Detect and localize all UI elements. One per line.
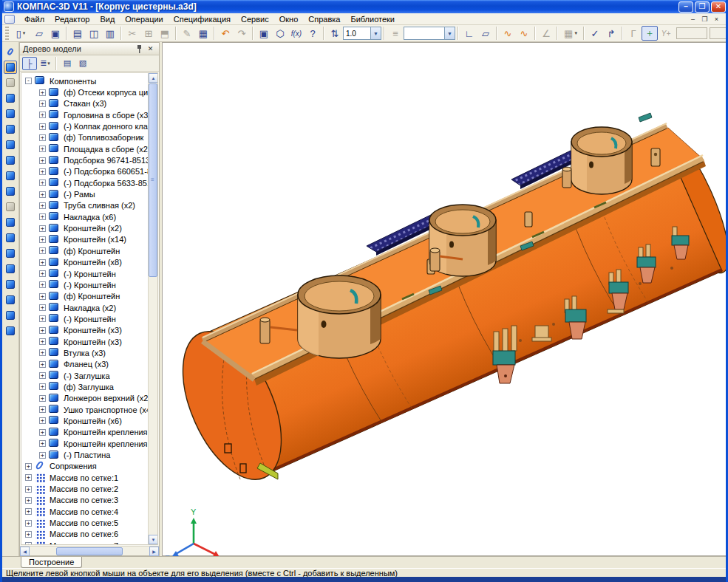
filters-panel-icon[interactable]	[4, 278, 17, 291]
elements-panel-icon[interactable]	[4, 324, 17, 338]
xy-coordinate-button[interactable]: ＋	[642, 26, 658, 41]
layers-combobox[interactable]: ▼	[404, 27, 455, 40]
edit-part-panel-icon[interactable]	[4, 76, 17, 89]
tree-item[interactable]: + (ф) Топливозаборник	[21, 132, 148, 143]
tree-item[interactable]: + (-) Подсборка 5633-8513409 2	[21, 177, 148, 188]
reports-panel-icon[interactable]	[4, 309, 17, 322]
tree-item[interactable]: + (ф) Кронштейн	[21, 291, 148, 302]
tree-vertical-scrollbar[interactable]: ▲ ▼	[148, 73, 157, 544]
close-icon[interactable]: ✕	[145, 44, 156, 54]
paste-button[interactable]: ⬒	[157, 26, 173, 41]
expand-icon[interactable]: +	[39, 225, 46, 232]
print-preview-button[interactable]: ◫	[86, 26, 102, 41]
expand-icon[interactable]: +	[39, 315, 46, 322]
forming-panel-icon[interactable]	[4, 169, 17, 182]
title-bar[interactable]: КОМПАС-3D V11 - [Корпус цистерны.a3d] – …	[0, 0, 728, 13]
tree-item[interactable]: + Стакан (x3)	[21, 98, 148, 109]
expand-icon[interactable]: +	[39, 259, 46, 266]
sketch-edit-button[interactable]: ▱	[477, 26, 494, 41]
expand-icon[interactable]: +	[39, 349, 46, 356]
tree-doc-button[interactable]: ▤	[60, 57, 75, 70]
expand-icon[interactable]: +	[39, 338, 46, 345]
scroll-down-icon[interactable]: ▼	[149, 535, 158, 544]
expand-icon[interactable]: +	[39, 361, 46, 368]
menu-item[interactable]: Файл	[19, 14, 50, 24]
expand-icon[interactable]: +	[39, 213, 46, 220]
tree-item[interactable]: + (ф) Кронштейн	[21, 245, 148, 256]
sep[interactable]	[55, 57, 57, 70]
spec-panel-icon[interactable]	[4, 293, 17, 307]
tree-item[interactable]: + (ф) Заглушка	[21, 381, 148, 392]
rounding-panel-icon[interactable]	[4, 247, 17, 260]
tree-item[interactable]: + (-) Кронштейн	[21, 313, 148, 324]
expand-icon[interactable]: +	[25, 520, 32, 527]
indication-panel-icon[interactable]	[4, 185, 17, 198]
sep[interactable]	[175, 27, 177, 40]
child-restore-button[interactable]: ❐	[700, 16, 710, 23]
tree-item[interactable]: + Сопряжения	[21, 461, 148, 472]
menu-item[interactable]: Спецификация	[169, 14, 236, 24]
arrays-panel-icon[interactable]	[4, 138, 17, 151]
tree-item[interactable]: + Кронштейн крепления площа,	[21, 438, 148, 449]
expand-icon[interactable]: +	[39, 168, 46, 175]
tree-item[interactable]: + Массив по сетке:1	[21, 472, 148, 483]
close-button[interactable]: ✕	[711, 1, 726, 13]
gray-panel-icon[interactable]	[4, 200, 17, 213]
expand-icon[interactable]: +	[25, 542, 32, 544]
coordinate-y-field[interactable]	[710, 27, 728, 39]
pin-icon[interactable]	[134, 44, 145, 54]
expand-icon[interactable]: +	[39, 123, 46, 130]
tree-item[interactable]: + Фланец (x3)	[21, 359, 148, 370]
zoom-combobox[interactable]: 1.0 ▼	[343, 27, 381, 40]
menu-item[interactable]: Операции	[120, 14, 168, 24]
scroll-thumb[interactable]	[149, 83, 157, 277]
spline2-button[interactable]: ∿	[516, 26, 532, 41]
child-minimize-button[interactable]: –	[688, 16, 698, 23]
zoom-scale-icon[interactable]: ⇅	[327, 26, 343, 41]
tree-horizontal-scrollbar[interactable]: ◀ ▶	[20, 546, 159, 555]
tree-item[interactable]: - Компоненты	[21, 75, 148, 86]
expand-icon[interactable]: +	[25, 531, 32, 538]
measure-panel-icon[interactable]	[4, 262, 17, 275]
expand-icon[interactable]: +	[39, 89, 46, 96]
spline-button[interactable]: ∿	[500, 26, 516, 41]
menu-item[interactable]: Справка	[303, 14, 345, 24]
cursor-snap-button[interactable]: ✓	[587, 26, 603, 41]
coordinate-x-field[interactable]	[676, 27, 707, 39]
sep[interactable]	[214, 27, 215, 40]
tree-item[interactable]: + Кронштейн (x3)	[21, 325, 148, 336]
tree-item[interactable]: + Втулка (x3)	[21, 347, 148, 358]
restore-button[interactable]: ❐	[695, 1, 710, 13]
tree-item[interactable]: + Массив по сетке:5	[21, 517, 148, 528]
expand-icon[interactable]: +	[39, 157, 46, 164]
expand-icon[interactable]: +	[39, 100, 46, 107]
expand-icon[interactable]: +	[39, 134, 46, 141]
tree-item[interactable]: + Массив по сетке:7	[21, 540, 148, 544]
tree-composition-button[interactable]: ≣	[38, 57, 52, 70]
surfaces-panel-icon[interactable]	[4, 107, 17, 120]
angle-button[interactable]: ∠	[538, 26, 554, 41]
menu-item[interactable]: Редактор	[50, 14, 95, 24]
document-properties-button[interactable]: ▥	[102, 26, 118, 41]
tree-item[interactable]: + Труба сливная (x2)	[21, 200, 148, 211]
tree-item[interactable]: + Кронштейн (x3)	[21, 336, 148, 347]
variables-window-button[interactable]: ▣	[256, 26, 272, 41]
ortho-drawing-button[interactable]: ↱	[603, 26, 619, 41]
expand-icon[interactable]: +	[39, 112, 46, 118]
menu-item[interactable]: Окно	[274, 14, 304, 24]
expand-icon[interactable]: +	[39, 236, 46, 243]
tree-item[interactable]: + Массив по сетке:2	[21, 483, 148, 494]
manhole-3[interactable]	[562, 127, 632, 194]
tree-item[interactable]: + Площадка в сборе (x2)	[21, 143, 148, 154]
model-rebuild-button[interactable]: ⬡	[272, 26, 288, 41]
menu-item[interactable]: Вид	[95, 14, 120, 24]
tree-item[interactable]: + Кронштейн (x6)	[21, 415, 148, 426]
expand-icon[interactable]: -	[25, 78, 32, 84]
local-cs-button[interactable]: ∟	[461, 26, 477, 41]
expand-icon[interactable]: +	[39, 191, 46, 198]
redo-button[interactable]: ↷	[234, 26, 250, 41]
expand-icon[interactable]: +	[39, 281, 46, 288]
sep[interactable]	[120, 27, 122, 40]
tree-item[interactable]: + Кронштейн (x8)	[21, 257, 148, 268]
sep[interactable]	[252, 27, 254, 40]
